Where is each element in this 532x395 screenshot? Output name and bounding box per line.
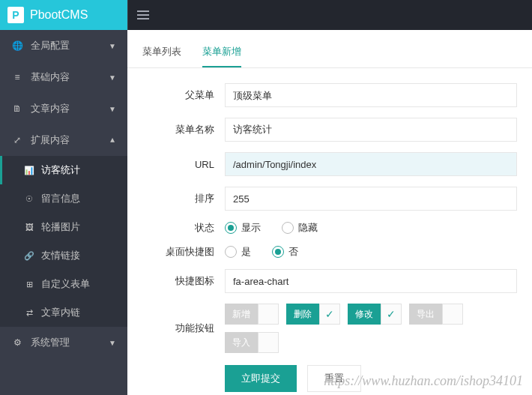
sidebar-group-extend[interactable]: ⤢ 扩展内容 ▼ (0, 124, 127, 156)
shortcut-label: 桌面快捷图 (142, 245, 225, 259)
target-icon: ☉ (23, 194, 35, 204)
switch-imp[interactable]: 导入 (225, 332, 279, 353)
brand-text: PbootCMS (30, 8, 88, 22)
switch-mod[interactable]: 修改 ✓ (348, 304, 402, 325)
sidebar-group-global[interactable]: 🌐 全局配置 ▼ (0, 30, 127, 61)
name-input[interactable] (225, 118, 517, 142)
sidebar-item-label: 自定义表单 (41, 277, 90, 291)
sidebar-item-label: 访客统计 (41, 163, 80, 177)
submit-button[interactable]: 立即提交 (225, 365, 297, 392)
image-icon: 🖼 (23, 223, 35, 232)
parent-label: 父菜单 (142, 88, 225, 102)
radio-icon (282, 222, 294, 234)
chevron-down-icon: ▼ (109, 73, 116, 82)
link-icon: 🔗 (23, 251, 35, 261)
chevron-down-icon: ▼ (109, 339, 116, 347)
shortcut-yes-radio[interactable]: 是 (225, 245, 251, 259)
main-content: 菜单列表 菜单新增 父菜单 顶级菜单 菜单名称 URL (127, 30, 532, 395)
parent-select[interactable]: 顶级菜单 (225, 83, 517, 107)
sidebar-group-label: 系统管理 (31, 336, 70, 349)
sidebar-group-label: 全局配置 (31, 39, 70, 52)
switch-box (258, 304, 279, 325)
expand-icon: ⤢ (11, 135, 23, 145)
url-label: URL (142, 159, 225, 170)
logo-icon: P (7, 7, 24, 23)
sidebar-group-label: 基础内容 (31, 70, 70, 84)
radio-label: 隐藏 (298, 221, 318, 235)
switch-add[interactable]: 新增 (225, 304, 279, 325)
tab-menu-add[interactable]: 菜单新增 (202, 45, 241, 67)
switch-label: 删除 (286, 304, 319, 325)
status-label: 状态 (142, 221, 225, 235)
sidebar-group-label: 文章内容 (31, 102, 70, 115)
switch-exp[interactable]: 导出 (409, 304, 463, 325)
switch-label: 新增 (225, 304, 258, 325)
sidebar-item-label: 轮播图片 (41, 220, 80, 234)
radio-icon (272, 246, 284, 258)
gear-icon: ⚙ (11, 337, 23, 348)
url-input[interactable] (225, 152, 517, 176)
sidebar-item-customform[interactable]: ⊞ 自定义表单 (0, 270, 127, 298)
radio-label: 显示 (241, 221, 261, 235)
sidebar-group-article[interactable]: 🗎 文章内容 ▼ (0, 93, 127, 124)
sort-input[interactable] (225, 187, 517, 211)
status-hide-radio[interactable]: 隐藏 (282, 221, 318, 235)
sidebar-item-visitor-stats[interactable]: 📊 访客统计 (0, 156, 127, 184)
radio-label: 是 (241, 245, 251, 259)
menu-toggle-button[interactable] (127, 0, 157, 30)
radio-icon (225, 222, 237, 234)
chart-icon: 📊 (23, 166, 35, 175)
sidebar-group-system[interactable]: ⚙ 系统管理 ▼ (0, 327, 127, 358)
sidebar-item-label: 友情链接 (41, 249, 80, 262)
shortcut-no-radio[interactable]: 否 (272, 245, 298, 259)
icon-label: 快捷图标 (142, 274, 225, 288)
file-icon: 🗎 (11, 103, 23, 114)
chevron-down-icon: ▼ (109, 42, 116, 50)
sidebar-item-label: 文章内链 (41, 306, 80, 319)
radio-icon (225, 246, 237, 258)
switch-box (442, 304, 463, 325)
check-icon: ✓ (381, 304, 402, 325)
switch-label: 导出 (409, 304, 442, 325)
funcbtn-label: 功能按钮 (142, 322, 225, 335)
status-show-radio[interactable]: 显示 (225, 221, 261, 235)
reset-button[interactable]: 重置 (307, 365, 361, 392)
switch-label: 修改 (348, 304, 381, 325)
hamburger-icon (137, 14, 149, 16)
sidebar: 🌐 全局配置 ▼ ≡ 基础内容 ▼ 🗎 文章内容 ▼ ⤢ 扩展内容 ▼ 📊 访客… (0, 30, 127, 395)
check-icon: ✓ (319, 304, 340, 325)
tab-menu-list[interactable]: 菜单列表 (142, 45, 181, 67)
switch-del[interactable]: 删除 ✓ (286, 304, 340, 325)
radio-label: 否 (288, 245, 298, 259)
sidebar-item-message[interactable]: ☉ 留言信息 (0, 184, 127, 213)
sidebar-item-innerlink[interactable]: ⇄ 文章内链 (0, 298, 127, 327)
name-label: 菜单名称 (142, 123, 225, 136)
switch-box (258, 332, 279, 353)
sidebar-item-label: 留言信息 (41, 192, 80, 205)
sort-label: 排序 (142, 192, 225, 205)
shuffle-icon: ⇄ (23, 308, 35, 318)
chevron-up-icon: ▼ (109, 136, 116, 145)
sidebar-group-basic[interactable]: ≡ 基础内容 ▼ (0, 61, 127, 93)
grid-icon: ⊞ (23, 280, 35, 289)
logo[interactable]: P PbootCMS (0, 0, 127, 30)
sidebar-item-links[interactable]: 🔗 友情链接 (0, 241, 127, 270)
icon-input[interactable] (225, 269, 517, 293)
switch-label: 导入 (225, 332, 258, 353)
sidebar-item-carousel[interactable]: 🖼 轮播图片 (0, 213, 127, 241)
list-icon: ≡ (11, 72, 23, 82)
globe-icon: 🌐 (11, 40, 23, 51)
chevron-down-icon: ▼ (109, 105, 116, 113)
sidebar-group-label: 扩展内容 (31, 133, 70, 147)
